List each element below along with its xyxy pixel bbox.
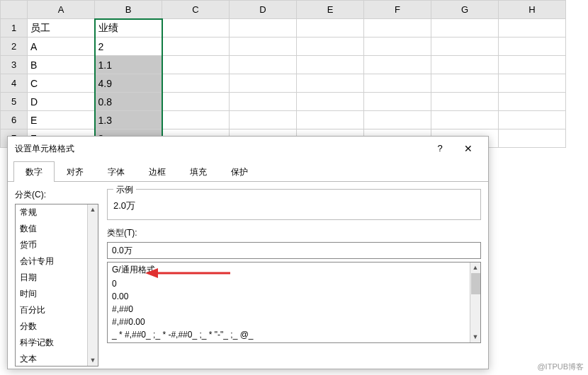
format-item[interactable]: 0.00 bbox=[108, 290, 480, 303]
cell[interactable] bbox=[499, 111, 566, 129]
col-header[interactable]: C bbox=[162, 1, 230, 19]
cell[interactable] bbox=[364, 19, 431, 38]
cell[interactable] bbox=[364, 74, 431, 93]
cell[interactable]: A bbox=[28, 38, 95, 56]
cell[interactable] bbox=[431, 111, 499, 129]
cell[interactable] bbox=[499, 129, 566, 148]
cell[interactable] bbox=[431, 19, 499, 38]
cell[interactable] bbox=[297, 56, 364, 74]
cell[interactable] bbox=[162, 111, 230, 129]
col-header[interactable]: F bbox=[364, 1, 431, 19]
scroll-up-icon[interactable]: ▲ bbox=[470, 262, 480, 273]
row-header[interactable]: 1 bbox=[1, 19, 28, 38]
format-item[interactable]: _ * #,##0.00_ ;_ * -#,##0.00_ ;_ * "-"??… bbox=[108, 341, 480, 342]
col-header[interactable]: H bbox=[499, 1, 566, 19]
cell[interactable] bbox=[297, 74, 364, 93]
cell-selected[interactable]: 1.3 bbox=[95, 111, 162, 129]
cell-selected[interactable]: 1.1 bbox=[95, 56, 162, 74]
scrollbar[interactable]: ▲ ▼ bbox=[87, 204, 98, 366]
cell[interactable] bbox=[297, 38, 364, 56]
col-header[interactable]: A bbox=[28, 1, 95, 19]
cell[interactable] bbox=[364, 111, 431, 129]
cell[interactable] bbox=[499, 93, 566, 111]
format-item[interactable]: _ * #,##0_ ;_ * -#,##0_ ;_ * "-"_ ;_ @_ bbox=[108, 328, 480, 341]
scroll-thumb[interactable] bbox=[471, 273, 480, 294]
tab-border[interactable]: 边框 bbox=[137, 161, 178, 182]
cell[interactable] bbox=[230, 111, 297, 129]
category-item[interactable]: 常规 bbox=[16, 204, 98, 221]
cell[interactable]: E bbox=[28, 111, 95, 129]
cell[interactable] bbox=[364, 93, 431, 111]
cell[interactable] bbox=[431, 56, 499, 74]
cell[interactable] bbox=[230, 56, 297, 74]
category-item[interactable]: 文本 bbox=[16, 351, 98, 366]
tab-protection[interactable]: 保护 bbox=[219, 161, 260, 182]
format-item[interactable]: #,##0.00 bbox=[108, 316, 480, 328]
cell[interactable] bbox=[162, 93, 230, 111]
cell[interactable] bbox=[431, 93, 499, 111]
cell[interactable] bbox=[431, 74, 499, 93]
row-header[interactable]: 6 bbox=[1, 111, 28, 129]
row-header[interactable]: 4 bbox=[1, 74, 28, 93]
cell[interactable] bbox=[162, 38, 230, 56]
cell[interactable] bbox=[499, 19, 566, 38]
tab-alignment[interactable]: 对齐 bbox=[55, 161, 96, 182]
category-item[interactable]: 科学记数 bbox=[16, 335, 98, 351]
cell[interactable] bbox=[162, 74, 230, 93]
scrollbar[interactable]: ▲ ▼ bbox=[470, 262, 480, 342]
format-item[interactable]: #,##0 bbox=[108, 303, 480, 316]
cell[interactable] bbox=[364, 56, 431, 74]
category-item[interactable]: 时间 bbox=[16, 286, 98, 302]
col-header[interactable]: D bbox=[230, 1, 297, 19]
cell[interactable] bbox=[297, 111, 364, 129]
cell[interactable]: D bbox=[28, 93, 95, 111]
cell[interactable] bbox=[364, 38, 431, 56]
tab-fill[interactable]: 填充 bbox=[178, 161, 219, 182]
row-header[interactable]: 5 bbox=[1, 93, 28, 111]
cell[interactable] bbox=[230, 38, 297, 56]
cell[interactable] bbox=[230, 93, 297, 111]
col-header[interactable]: G bbox=[431, 1, 499, 19]
cell[interactable]: 员工 bbox=[28, 19, 95, 38]
col-header[interactable]: E bbox=[297, 1, 364, 19]
type-input[interactable] bbox=[107, 242, 481, 259]
cell[interactable] bbox=[297, 19, 364, 38]
category-item[interactable]: 分数 bbox=[16, 318, 98, 335]
cell[interactable] bbox=[162, 56, 230, 74]
help-button[interactable]: ? bbox=[426, 138, 454, 159]
cell[interactable]: C bbox=[28, 74, 95, 93]
category-listbox[interactable]: 常规 数值 货币 会计专用 日期 时间 百分比 分数 科学记数 文本 特殊 自定… bbox=[15, 204, 98, 367]
category-item[interactable]: 日期 bbox=[16, 270, 98, 286]
tab-font[interactable]: 字体 bbox=[96, 161, 137, 182]
col-header[interactable]: B bbox=[95, 1, 162, 19]
category-item[interactable]: 数值 bbox=[16, 221, 98, 237]
cell[interactable] bbox=[499, 38, 566, 56]
scroll-up-icon[interactable]: ▲ bbox=[88, 204, 98, 215]
cell-selected[interactable]: 0.8 bbox=[95, 93, 162, 111]
row-header[interactable]: 3 bbox=[1, 56, 28, 74]
format-listbox[interactable]: G/通用格式 0 0.00 #,##0 #,##0.00 _ * #,##0_ … bbox=[107, 262, 481, 343]
cell-selected[interactable]: 4.9 bbox=[95, 74, 162, 93]
select-all-corner[interactable] bbox=[1, 1, 28, 19]
cell[interactable] bbox=[230, 19, 297, 38]
category-item[interactable]: 会计专用 bbox=[16, 253, 98, 270]
cell[interactable]: B bbox=[28, 56, 95, 74]
cell[interactable] bbox=[499, 74, 566, 93]
scroll-down-icon[interactable]: ▼ bbox=[88, 355, 98, 366]
cell[interactable] bbox=[162, 19, 230, 38]
cell[interactable]: 业绩 bbox=[95, 19, 162, 38]
cell[interactable] bbox=[499, 56, 566, 74]
tab-number[interactable]: 数字 bbox=[13, 161, 55, 182]
scroll-down-icon[interactable]: ▼ bbox=[470, 332, 480, 342]
cell-active[interactable]: 2 bbox=[95, 38, 162, 56]
category-item[interactable]: 百分比 bbox=[16, 302, 98, 318]
cell[interactable] bbox=[297, 93, 364, 111]
tab-strip: 数字 对齐 字体 边框 填充 保护 bbox=[8, 161, 488, 182]
format-item[interactable]: G/通用格式 bbox=[108, 262, 480, 277]
row-header[interactable]: 2 bbox=[1, 38, 28, 56]
cell[interactable] bbox=[431, 38, 499, 56]
cell[interactable] bbox=[230, 74, 297, 93]
close-button[interactable]: ✕ bbox=[454, 138, 482, 159]
format-item[interactable]: 0 bbox=[108, 277, 480, 290]
category-item[interactable]: 货币 bbox=[16, 237, 98, 253]
